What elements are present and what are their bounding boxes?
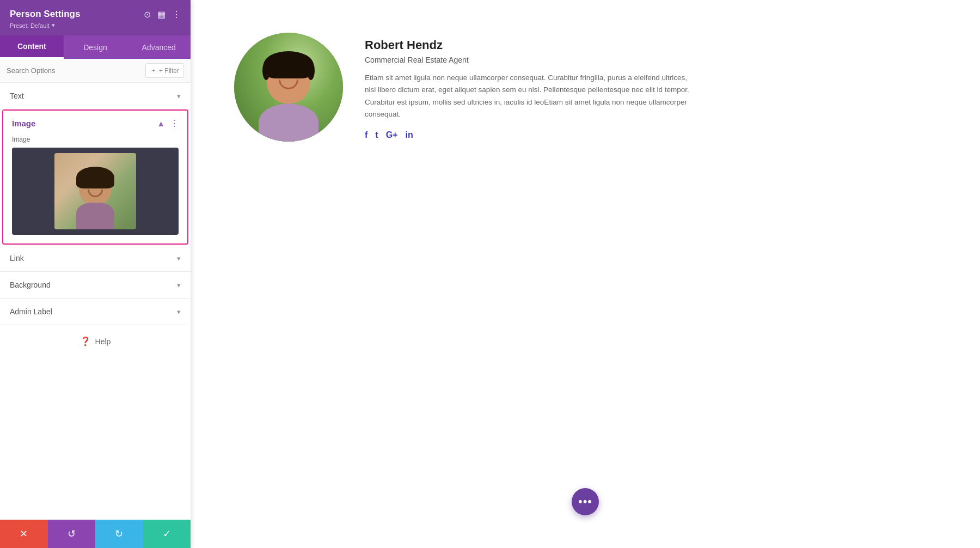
- close-icon: ✕: [20, 528, 28, 540]
- accordion-background: Background ▾: [0, 272, 191, 299]
- preset-label[interactable]: Preset: Default ▾: [10, 22, 181, 29]
- redo-icon: ↻: [115, 528, 123, 540]
- more-icon[interactable]: ⋮: [172, 9, 181, 20]
- sidebar-header: Person Settings ⊙ ▦ ⋮ Preset: Default ▾: [0, 0, 191, 35]
- sidebar-title: Person Settings: [10, 9, 80, 20]
- linkedin-link[interactable]: in: [405, 130, 413, 140]
- chevron-down-icon: ▾: [177, 281, 181, 289]
- accordion-image-title: Image: [12, 119, 35, 128]
- googleplus-link[interactable]: G+: [386, 130, 398, 140]
- social-links: f t G+ in: [365, 130, 691, 140]
- fab-label: •••: [578, 495, 592, 509]
- section-more-icon[interactable]: ⋮: [170, 118, 179, 128]
- accordion-text-title: Text: [10, 92, 24, 100]
- filter-button[interactable]: ＋ + Filter: [145, 63, 184, 78]
- accordion-background-title: Background: [10, 281, 51, 289]
- chevron-down-icon: ▾: [177, 92, 181, 100]
- person-avatar-wrapper: [234, 33, 343, 142]
- accordion-background-header[interactable]: Background ▾: [0, 272, 191, 298]
- help-section: ❓ Help: [0, 325, 191, 357]
- tab-advanced[interactable]: Advanced: [127, 35, 191, 59]
- search-bar: ＋ + Filter: [0, 59, 191, 83]
- accordion-text-header[interactable]: Text ▾: [0, 83, 191, 109]
- avatar-head: [267, 56, 310, 103]
- accordion-link: Link ▾: [0, 245, 191, 272]
- accordion-text: Text ▾: [0, 83, 191, 109]
- accordion-link-title: Link: [10, 254, 24, 263]
- plus-icon: ＋: [150, 66, 157, 75]
- sidebar-tabs: Content Design Advanced: [0, 35, 191, 59]
- save-icon: ✓: [163, 528, 171, 540]
- save-button[interactable]: ✓: [143, 520, 191, 548]
- chevron-down-icon: ▾: [177, 308, 181, 316]
- active-section-icons: ▲ ⋮: [157, 118, 179, 128]
- tab-content[interactable]: Content: [0, 35, 64, 59]
- person-role: Commercial Real Estate Agent: [365, 56, 691, 64]
- accordion-image: Image ▲ ⋮ Image: [0, 109, 191, 245]
- redo-button[interactable]: ↻: [95, 520, 143, 548]
- active-section-wrapper: Image ▲ ⋮ Image: [2, 109, 188, 245]
- columns-icon[interactable]: ▦: [157, 9, 166, 20]
- tab-design[interactable]: Design: [64, 35, 127, 59]
- accordion-image-header[interactable]: Image ▲ ⋮: [3, 111, 187, 136]
- help-icon: ❓: [80, 336, 91, 346]
- person-name: Robert Hendz: [365, 38, 691, 52]
- header-icons: ⊙ ▦ ⋮: [144, 9, 181, 20]
- search-input[interactable]: [7, 66, 145, 75]
- fab-button[interactable]: •••: [572, 488, 599, 515]
- avatar-body: [259, 103, 318, 142]
- sidebar-body: Text ▾ Image ▲ ⋮ Image: [0, 83, 191, 548]
- filter-label: + Filter: [159, 67, 179, 75]
- main-content: Robert Hendz Commercial Real Estate Agen…: [191, 0, 980, 548]
- settings-icon[interactable]: ⊙: [144, 9, 151, 20]
- bottom-toolbar: ✕ ↺ ↻ ✓: [0, 520, 191, 548]
- person-bio: Etiam sit amet ligula non neque ullamcor…: [365, 72, 691, 120]
- help-label[interactable]: Help: [95, 337, 111, 346]
- image-upload-area[interactable]: [12, 148, 179, 235]
- person-avatar: [234, 33, 343, 142]
- undo-icon: ↺: [68, 528, 76, 540]
- close-button[interactable]: ✕: [0, 520, 48, 548]
- image-field-label: Image: [12, 136, 179, 143]
- accordion-admin-label-header[interactable]: Admin Label ▾: [0, 299, 191, 325]
- sidebar: Person Settings ⊙ ▦ ⋮ Preset: Default ▾ …: [0, 0, 191, 548]
- accordion-admin-label-title: Admin Label: [10, 307, 52, 316]
- image-preview: [54, 153, 136, 229]
- accordion-link-header[interactable]: Link ▾: [0, 245, 191, 271]
- person-info: Robert Hendz Commercial Real Estate Agen…: [365, 33, 691, 140]
- person-illustration: [71, 159, 120, 229]
- collapse-icon[interactable]: ▲: [157, 119, 165, 128]
- twitter-link[interactable]: t: [375, 130, 378, 140]
- chevron-down-icon: ▾: [177, 254, 181, 263]
- person-card: Robert Hendz Commercial Real Estate Agen…: [234, 33, 691, 142]
- accordion-admin-label: Admin Label ▾: [0, 299, 191, 325]
- facebook-link[interactable]: f: [365, 130, 367, 140]
- image-section-content: Image: [3, 136, 187, 243]
- undo-button[interactable]: ↺: [48, 520, 96, 548]
